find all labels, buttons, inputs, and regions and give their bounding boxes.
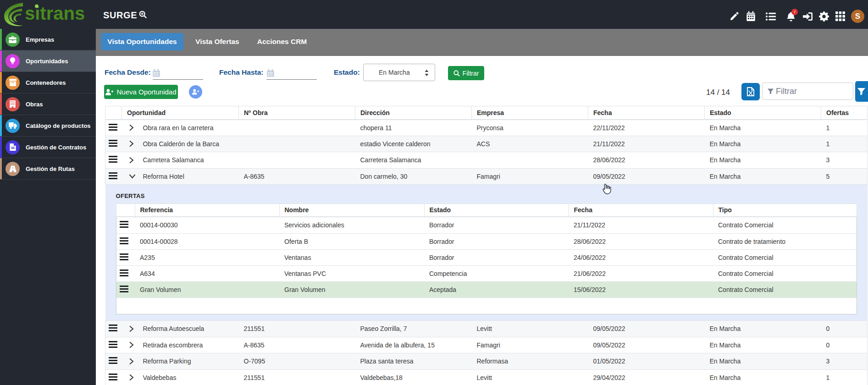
- svg-text:sitrans: sitrans: [25, 3, 85, 23]
